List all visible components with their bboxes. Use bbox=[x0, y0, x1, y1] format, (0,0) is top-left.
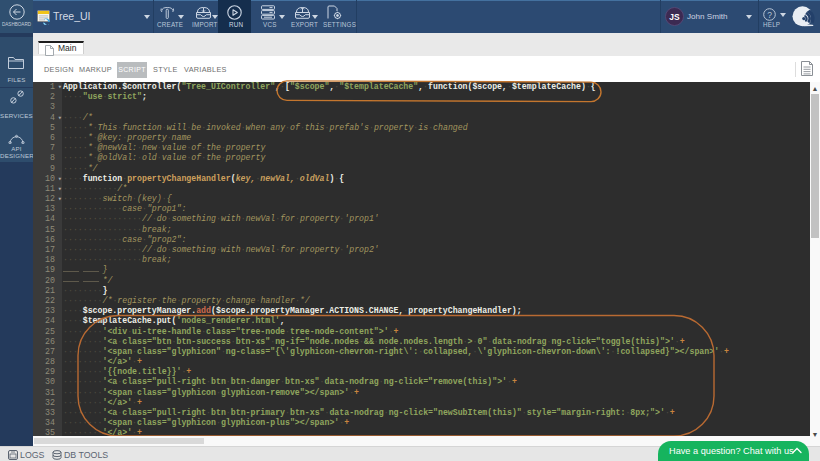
svg-text:?: ? bbox=[767, 10, 772, 20]
svg-text:JS: JS bbox=[669, 12, 680, 22]
